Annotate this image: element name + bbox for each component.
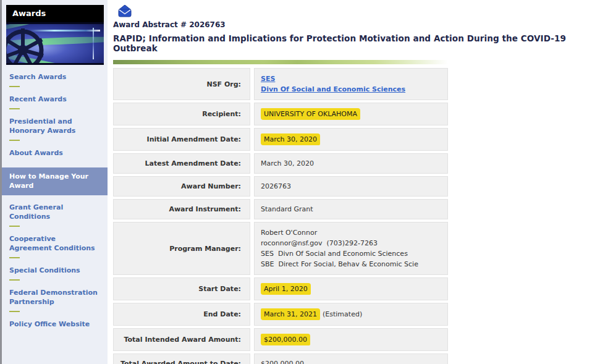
table-row-initial-amendment-date: Initial Amendment Date:March 30, 2020: [113, 128, 448, 151]
table-row-end-date: End Date:March 31, 2021(Estimated): [113, 303, 448, 326]
highlighted-value: April 1, 2020: [261, 283, 311, 295]
sidebar-divider-dash: [9, 140, 20, 141]
table-row-nsf-org: NSF Org:SESDivn Of Social and Economic S…: [113, 68, 448, 100]
row-value: April 1, 2020: [254, 277, 448, 300]
sidebar-item-how-to-manage-your-award[interactable]: How to Manage Your Award: [2, 167, 108, 195]
sidebar-item-grant-general-conditions[interactable]: Grant General Conditions: [9, 203, 100, 221]
table-row-program-manager: Program Manager:Robert O'Connorroconnor@…: [113, 222, 448, 275]
row-label: NSF Org:: [113, 68, 250, 100]
banner-vertical-line: [93, 28, 94, 59]
sidebar-item-policy-office-website[interactable]: Policy Office Website: [9, 320, 100, 329]
sidebar-divider-dash: [9, 86, 20, 87]
sidebar-item-label: Recent Awards: [9, 95, 67, 103]
row-label: Start Date:: [113, 277, 250, 300]
program-manager-line: Robert O'Connor: [261, 227, 317, 238]
row-value: $200,000.00: [254, 353, 448, 364]
sidebar-item-label: Cooperative Agreement Conditions: [9, 235, 95, 252]
link-ses[interactable]: SES: [261, 74, 275, 84]
highlighted-value: March 30, 2020: [261, 133, 320, 145]
program-manager-line: SBE Direct For Social, Behav & Economic …: [261, 259, 418, 269]
row-label: Initial Amendment Date:: [113, 128, 250, 151]
sidebar-item-cooperative-agreement-conditions[interactable]: Cooperative Agreement Conditions: [9, 234, 100, 253]
row-label: Award Number:: [113, 176, 250, 197]
awards-sidebar: Awards Search AwardsRecent AwardsPreside…: [2, 0, 108, 364]
row-value: SESDivn Of Social and Economic Sciences: [254, 68, 448, 100]
sidebar-item-presidential-and-honorary-awards[interactable]: Presidential and Honorary Awards: [9, 117, 100, 135]
highlighted-value: $200,000.00: [261, 334, 310, 345]
email-envelope-icon[interactable]: [118, 5, 132, 17]
table-row-award-instrument: Award Instrument:Standard Grant: [113, 199, 448, 219]
row-value: March 30, 2020: [254, 128, 448, 151]
sidebar-item-federal-demonstration-partnership[interactable]: Federal Demonstration Partnership: [9, 288, 100, 307]
row-value: UNIVERSITY OF OKLAHOMA: [254, 103, 448, 125]
value-text: $200,000.00: [261, 359, 304, 364]
value-suffix: (Estimated): [323, 310, 362, 319]
row-value: Standard Grant: [254, 199, 448, 219]
sidebar-item-label: Grant General Conditions: [9, 203, 63, 221]
sidebar-item-label: How to Manage Your Award: [9, 172, 88, 190]
row-label: Award Instrument:: [113, 199, 250, 219]
row-label: Total Intended Award Amount:: [113, 328, 250, 351]
value-text: 2026763: [261, 182, 291, 191]
table-row-total-intended-award-amount: Total Intended Award Amount:$200,000.00: [113, 328, 448, 351]
row-value: March 30, 2020: [254, 153, 448, 174]
sidebar-item-about-awards[interactable]: About Awards: [9, 148, 100, 158]
main-content: Award Abstract # 2026763 RAPID; Informat…: [108, 0, 600, 364]
award-abstract-number: Award Abstract # 2026763: [113, 20, 600, 29]
row-value: March 31, 2021(Estimated): [254, 303, 448, 326]
award-details-table: NSF Org:SESDivn Of Social and Economic S…: [113, 68, 448, 364]
green-gradient-divider: [113, 60, 448, 64]
row-label: Latest Amendment Date:: [113, 153, 250, 174]
row-label: Recipient:: [113, 103, 250, 125]
sidebar-divider-dash: [9, 279, 20, 281]
sidebar-item-search-awards[interactable]: Search Awards: [9, 72, 100, 82]
table-row-award-number: Award Number:2026763: [113, 176, 448, 197]
program-manager-line: roconnor@nsf.gov (703)292-7263: [261, 238, 378, 248]
row-label: End Date:: [113, 303, 250, 326]
sidebar-item-label: Policy Office Website: [9, 320, 90, 328]
sidebar-item-label: Search Awards: [9, 73, 66, 81]
table-row-total-awarded-amount-to-date: Total Awarded Amount to Date:$200,000.00: [113, 353, 448, 364]
table-row-recipient: Recipient:UNIVERSITY OF OKLAHOMA: [113, 103, 448, 125]
sidebar-item-label: About Awards: [9, 149, 63, 157]
value-text: March 30, 2020: [261, 159, 314, 168]
table-row-start-date: Start Date:April 1, 2020: [113, 277, 448, 300]
link-divn-of-social-and-economic-sciences[interactable]: Divn Of Social and Economic Sciences: [261, 84, 405, 95]
row-label: Total Awarded Amount to Date:: [113, 353, 250, 364]
sidebar-divider-dash: [9, 108, 20, 109]
sidebar-item-label: Federal Demonstration Partnership: [9, 289, 98, 306]
row-label: Program Manager:: [113, 222, 250, 275]
sidebar-nav: Search AwardsRecent AwardsPresidential a…: [2, 72, 108, 329]
table-row-latest-amendment-date: Latest Amendment Date:March 30, 2020: [113, 153, 448, 174]
sidebar-title: Awards: [6, 5, 104, 22]
sidebar-divider-dash: [9, 311, 20, 312]
highlighted-value: March 31, 2021: [261, 308, 320, 320]
row-value: Robert O'Connorroconnor@nsf.gov (703)292…: [254, 222, 448, 275]
wheel-silhouette-icon: [6, 23, 49, 65]
value-text: Standard Grant: [261, 205, 313, 214]
highlighted-value: UNIVERSITY OF OKLAHOMA: [261, 108, 360, 120]
sidebar-item-special-conditions[interactable]: Special Conditions: [9, 266, 100, 275]
row-value: 2026763: [254, 176, 448, 197]
sidebar-item-recent-awards[interactable]: Recent Awards: [9, 95, 100, 104]
sidebar-item-label: Presidential and Honorary Awards: [9, 117, 75, 135]
row-value: $200,000.00: [254, 328, 448, 351]
awards-banner-image: [6, 22, 104, 65]
sidebar-divider-dash: [9, 257, 20, 258]
page-title: RAPID; Information and Implications for …: [113, 33, 600, 53]
program-manager-line: SES Divn Of Social and Economic Sciences: [261, 248, 408, 259]
sidebar-divider-dash: [9, 226, 20, 227]
sidebar-item-label: Special Conditions: [9, 266, 80, 274]
